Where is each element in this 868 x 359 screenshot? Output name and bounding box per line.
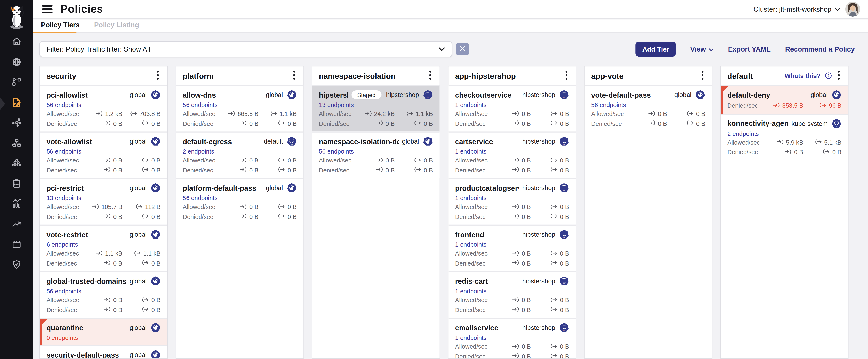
ingress-arrow-icon xyxy=(240,157,247,164)
endpoints-link[interactable]: 56 endpoints xyxy=(46,101,81,108)
recommend-policy-button[interactable]: Recommend a Policy xyxy=(785,45,855,53)
policy-card[interactable]: platform-default-passglobal56 endpointsA… xyxy=(176,178,304,225)
egress-arrow-icon xyxy=(270,110,277,118)
allowed-per-sec-row: Allowed/sec5.9 kB5.1 kB xyxy=(727,139,841,146)
policy-filter-select[interactable]: Filter: Policy Traffic filter: Show All xyxy=(39,41,452,57)
sidebar-item-clusters[interactable] xyxy=(0,154,33,174)
tab-policy-listing[interactable]: Policy Listing xyxy=(94,21,139,32)
policy-card[interactable]: pci-allowlistglobal56 endpointsAllowed/s… xyxy=(40,85,167,131)
hamburger-menu-icon[interactable] xyxy=(41,4,54,14)
policy-card[interactable]: default-denyglobalDenied/sec353.5 B96 B xyxy=(721,85,848,113)
export-yaml-button[interactable]: Export YAML xyxy=(728,45,771,53)
sidebar-item-network-sets[interactable] xyxy=(0,134,33,154)
policy-card[interactable]: redis-carthipstershopns1 endpointsAllowe… xyxy=(448,271,576,317)
policy-card[interactable]: emailservicehipstershopns1 endpointsAllo… xyxy=(448,317,576,358)
question-icon[interactable]: ? xyxy=(825,72,832,79)
view-menu-button[interactable]: View xyxy=(690,45,714,53)
policy-card[interactable]: allow-dnsglobal56 endpointsAllowed/sec66… xyxy=(176,85,304,131)
endpoints-link[interactable]: 0 endpoints xyxy=(46,334,78,341)
tab-policy-tiers[interactable]: Policy Tiers xyxy=(41,21,80,32)
egress-arrow-icon xyxy=(142,297,149,304)
denied-ingress-value: 0 B xyxy=(249,213,258,221)
tier-name: app-hipstershop xyxy=(455,71,516,80)
policy-card[interactable]: frontendhipstershopns1 endpointsAllowed/… xyxy=(448,225,576,271)
endpoints-link[interactable]: 1 endpoints xyxy=(455,288,487,295)
endpoints-link[interactable]: 13 endpoints xyxy=(319,101,354,108)
tier-menu-button[interactable] xyxy=(427,69,433,82)
endpoints-link[interactable]: 2 endpoints xyxy=(727,130,759,137)
policy-card[interactable]: vote-allowlistglobal56 endpointsAllowed/… xyxy=(40,131,167,178)
endpoints-link[interactable]: 1 endpoints xyxy=(455,101,487,108)
denied-per-sec-row: Denied/sec0 B0 B xyxy=(319,167,433,174)
policy-card[interactable]: cartservicehipstershopns1 endpointsAllow… xyxy=(448,131,576,178)
policy-card[interactable]: productcatalogservicehipstershopns1 endp… xyxy=(448,178,576,225)
tier-menu-button[interactable] xyxy=(155,69,161,82)
tier-header: defaultWhats this?? xyxy=(721,66,848,85)
endpoints-link[interactable]: 56 endpoints xyxy=(319,148,354,155)
policy-card[interactable]: vote-restrictglobal6 endpointsAllowed/se… xyxy=(40,225,167,271)
endpoints-link[interactable]: 56 endpoints xyxy=(183,101,218,108)
tier-menu-button[interactable] xyxy=(699,69,705,82)
denied-label: Denied/sec xyxy=(591,120,622,128)
policy-card[interactable]: konnectivity-agentkube-systemns2 endpoin… xyxy=(721,113,848,160)
policy-card[interactable]: default-egressdefaultns2 endpointsAllowe… xyxy=(176,131,304,178)
endpoints-link[interactable]: 56 endpoints xyxy=(46,148,81,155)
denied-egress-value: 0 B xyxy=(151,306,161,314)
policy-name: konnectivity-agent xyxy=(727,119,788,128)
sidebar-item-policies[interactable] xyxy=(0,93,33,114)
endpoints-link[interactable]: 56 endpoints xyxy=(591,101,626,108)
calico-cat-logo[interactable] xyxy=(6,3,27,30)
sidebar-item-packages[interactable] xyxy=(0,235,33,255)
policy-name: global-trusted-domains xyxy=(46,277,126,285)
sidebar-item-dashboard[interactable] xyxy=(0,53,33,73)
sidebar-item-flow-visualizations[interactable] xyxy=(0,73,33,93)
endpoints-link[interactable]: 1 endpoints xyxy=(455,148,487,155)
egress-arrow-icon xyxy=(551,260,558,267)
policy-card[interactable]: namespace-isolation-default-p…global56 e… xyxy=(312,131,440,178)
policy-card[interactable]: checkoutservicehipstershopns1 endpointsA… xyxy=(448,85,576,131)
allowed-per-sec-row: Allowed/sec0 B0 B xyxy=(46,157,161,164)
endpoints-link[interactable]: 1 endpoints xyxy=(455,334,487,341)
tier-menu-button[interactable] xyxy=(836,69,841,82)
endpoints-link[interactable]: 56 endpoints xyxy=(183,195,218,201)
denied-ingress-value: 0 B xyxy=(385,120,395,128)
add-tier-button[interactable]: Add Tier xyxy=(636,42,676,56)
policy-card[interactable]: hipstershop-gh…Stagedhipstershopns13 end… xyxy=(312,85,440,131)
endpoints-link[interactable]: 6 endpoints xyxy=(46,241,78,248)
denied-per-sec-row: Denied/sec353.5 B96 B xyxy=(727,102,841,109)
ingress-arrow-icon xyxy=(92,203,99,211)
policy-card[interactable]: quarantineglobal0 endpoints xyxy=(40,317,167,345)
clear-filter-button[interactable] xyxy=(456,43,469,55)
policy-name: productcatalogservice xyxy=(455,184,519,192)
tier-menu-button[interactable] xyxy=(563,69,569,82)
sidebar-item-trends[interactable] xyxy=(0,215,33,235)
ingress-arrow-icon xyxy=(513,343,520,351)
denied-egress-value: 96 B xyxy=(829,102,841,109)
sidebar-item-compliance[interactable] xyxy=(0,174,33,194)
endpoints-link[interactable]: 1 endpoints xyxy=(455,241,487,248)
policy-card[interactable]: pci-restrictglobal13 endpointsAllowed/se… xyxy=(40,178,167,225)
endpoints-link[interactable]: 13 endpoints xyxy=(46,195,81,201)
sidebar xyxy=(0,0,33,359)
allowed-ingress-value: 1.2 kB xyxy=(105,110,122,118)
denied-egress-value: 0 B xyxy=(151,120,161,128)
sidebar-item-reports[interactable] xyxy=(0,195,33,215)
endpoints-link[interactable]: 1 endpoints xyxy=(455,195,487,201)
denied-ingress-value: 0 B xyxy=(522,213,531,221)
compliance-icon xyxy=(11,178,22,191)
policy-card[interactable]: security-default-passglobal xyxy=(40,345,167,358)
sidebar-item-service-graph[interactable] xyxy=(0,114,33,134)
allowed-label: Allowed/sec xyxy=(455,297,488,304)
user-avatar[interactable] xyxy=(845,2,860,17)
sidebar-item-home[interactable] xyxy=(0,33,33,53)
endpoints-link[interactable]: 56 endpoints xyxy=(46,288,81,295)
policy-card[interactable]: vote-default-passglobal56 endpointsAllow… xyxy=(585,85,712,131)
whats-this-link[interactable]: Whats this? xyxy=(784,72,821,79)
endpoints-link[interactable]: 2 endpoints xyxy=(183,148,214,155)
cluster-selector[interactable]: Cluster: jlt-msft-workshop xyxy=(753,5,840,13)
ingress-arrow-icon xyxy=(228,110,236,118)
ingress-arrow-icon xyxy=(513,157,520,164)
sidebar-item-threat-defense[interactable] xyxy=(0,255,33,275)
policy-card[interactable]: global-trusted-domainsglobal56 endpoints… xyxy=(40,271,167,317)
tier-menu-button[interactable] xyxy=(291,69,297,82)
